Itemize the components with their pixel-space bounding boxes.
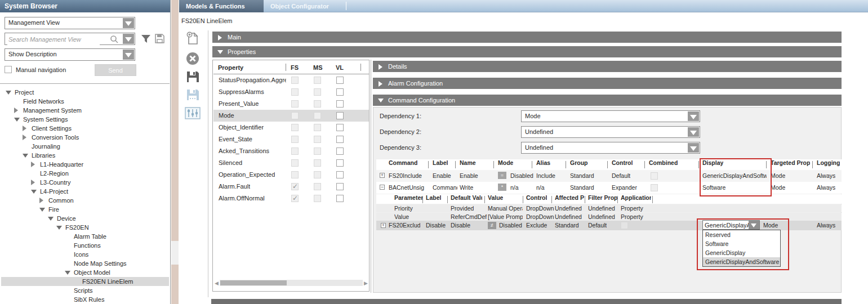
dropdown-option-genericdisplayandsoftware[interactable]: GenericDisplayAndSoftware: [703, 257, 780, 266]
property-row-acked-transitions[interactable]: Acked_Transitions: [213, 145, 369, 157]
dropdown-option-genericdisplay[interactable]: GenericDisplay: [703, 248, 780, 257]
property-row-event-state[interactable]: Event_State: [213, 133, 369, 145]
ms-checkbox[interactable]: [314, 88, 321, 96]
combined-checkbox[interactable]: [651, 184, 658, 191]
command-row-fs20include[interactable]: +FS20IncludeEnableEnable=DisabledInclude…: [376, 170, 842, 182]
tree-item-l1-headquarter[interactable]: L1-Headquarter: [1, 160, 169, 169]
tree-item-common[interactable]: Common: [1, 196, 169, 205]
tab-object-configurator[interactable]: Object Configurator: [264, 0, 346, 12]
property-row-operation-expected[interactable]: Operation_Expected: [213, 169, 369, 181]
expanded-arrow-icon[interactable]: [14, 118, 20, 122]
property-row-alarm-offnormal[interactable]: Alarm.OffNormal: [213, 193, 369, 204]
fs-checkbox[interactable]: [291, 88, 299, 96]
dropdown-option-reserved[interactable]: Reserved: [703, 230, 780, 239]
collapsed-arrow-icon[interactable]: [39, 198, 43, 203]
ms-checkbox[interactable]: [314, 100, 321, 108]
ms-checkbox[interactable]: [314, 159, 321, 167]
expanded-arrow-icon[interactable]: [6, 91, 11, 95]
fs-checkbox[interactable]: [291, 124, 299, 131]
ms-checkbox[interactable]: [314, 112, 321, 119]
section-command-configuration[interactable]: Command Configuration: [373, 95, 842, 106]
tree-item-l2-region[interactable]: L2-Region: [1, 169, 169, 178]
tree-item-journaling[interactable]: Journaling: [1, 142, 169, 151]
collapsed-arrow-icon[interactable]: [23, 135, 26, 140]
vl-checkbox[interactable]: [336, 136, 344, 143]
expanded-arrow-icon[interactable]: [65, 271, 70, 275]
fs-checkbox[interactable]: [291, 112, 299, 119]
vl-checkbox[interactable]: [336, 100, 344, 108]
vl-checkbox[interactable]: [336, 112, 344, 119]
tab-models-functions[interactable]: Models & Functions: [179, 0, 264, 12]
section-alarm-configuration[interactable]: Alarm Configuration: [373, 78, 842, 89]
ms-checkbox[interactable]: [314, 77, 321, 84]
fs-checkbox[interactable]: [291, 77, 299, 84]
dropdown-option-software[interactable]: Software: [703, 239, 780, 248]
tree-item-libraries[interactable]: Libraries: [1, 151, 169, 160]
chevron-down-icon[interactable]: [688, 143, 699, 153]
expanded-arrow-icon[interactable]: [23, 154, 28, 158]
plus-expander-icon[interactable]: +: [380, 173, 385, 178]
section-properties[interactable]: Properties: [212, 46, 842, 57]
vl-checkbox[interactable]: [336, 183, 344, 190]
property-row-suppressalarms[interactable]: SuppressAlarms: [213, 86, 369, 98]
tree-item-object-model[interactable]: Object Model: [1, 268, 169, 277]
ms-checkbox[interactable]: [314, 183, 321, 190]
tree-item-l4-project[interactable]: L4-Project: [1, 187, 169, 196]
fs-checkbox[interactable]: [291, 100, 299, 108]
tree-item-device[interactable]: Device: [1, 214, 169, 223]
vl-checkbox[interactable]: [336, 88, 344, 96]
close-icon[interactable]: [186, 52, 199, 65]
property-row-silenced[interactable]: Silenced: [213, 157, 369, 169]
scroll-right-arrow[interactable]: ▶: [364, 280, 368, 287]
dependency-3-select[interactable]: Undefined: [521, 142, 700, 154]
tree-item-icons[interactable]: Icons: [1, 250, 169, 259]
sliders-icon[interactable]: [185, 107, 201, 119]
ms-checkbox[interactable]: [314, 195, 321, 202]
ms-checkbox[interactable]: [314, 147, 321, 155]
tree-item-system-settings[interactable]: System Settings: [1, 115, 169, 124]
collapsed-arrow-icon[interactable]: [31, 180, 35, 185]
property-row-mode[interactable]: Mode: [213, 110, 369, 122]
display-dropdown-editor[interactable]: GenericDisplayAnd: [702, 220, 760, 230]
property-row-statuspropagation-aggregat[interactable]: StatusPropagation.Aggregat: [213, 74, 369, 86]
fs-checkbox[interactable]: [291, 171, 299, 178]
application-checkbox[interactable]: [621, 222, 628, 229]
vl-checkbox[interactable]: [336, 147, 344, 155]
tree-item-fire[interactable]: Fire: [1, 205, 169, 214]
vl-column-header[interactable]: VL: [336, 64, 344, 71]
tree-item-fs20en-lineelem[interactable]: FS20EN LineElem: [1, 277, 169, 286]
property-row-alarm-fault[interactable]: Alarm.Fault: [213, 181, 369, 193]
chevron-down-icon[interactable]: [749, 221, 759, 229]
fs-checkbox[interactable]: [291, 183, 299, 190]
tree-item-alarm-table[interactable]: Alarm Table: [1, 232, 169, 241]
section-details[interactable]: Details: [373, 61, 842, 72]
fs-column-header[interactable]: FS: [291, 64, 299, 71]
command-row-bacnetunsig[interactable]: −BACnetUnsigCommandWrite*n/an/aStandardE…: [376, 182, 842, 194]
expanded-arrow-icon[interactable]: [39, 208, 45, 212]
parameter-row-priority[interactable]: PriorityProvidedManual OperatoDropDownUn…: [376, 204, 842, 212]
dependency-2-select[interactable]: Undefined: [521, 126, 700, 138]
dependency-1-select[interactable]: Mode: [521, 110, 700, 122]
expanded-arrow-icon[interactable]: [48, 217, 54, 221]
ms-checkbox[interactable]: [314, 171, 321, 178]
tree-item-sibx-rules[interactable]: SibX Rules: [1, 295, 169, 304]
property-column-header[interactable]: Property: [218, 64, 243, 71]
expanded-arrow-icon[interactable]: [56, 226, 62, 230]
scroll-left-arrow[interactable]: ◀: [215, 280, 219, 287]
vl-checkbox[interactable]: [336, 124, 344, 131]
tree-item-scripts[interactable]: Scripts: [1, 286, 169, 295]
tree-item-client-settings[interactable]: Client Settings: [1, 124, 169, 133]
new-object-icon[interactable]: [186, 32, 199, 46]
chevron-down-icon[interactable]: [688, 111, 699, 121]
vl-checkbox[interactable]: [336, 195, 344, 202]
splitter-grip[interactable]: [171, 241, 179, 265]
plus-expander-icon[interactable]: +: [381, 223, 386, 228]
ms-checkbox[interactable]: [314, 136, 321, 143]
collapsed-arrow-icon[interactable]: [23, 126, 26, 131]
tree-item-management-system[interactable]: Management System: [1, 106, 169, 115]
combined-checkbox[interactable]: [651, 172, 658, 180]
tree-item-fs20en[interactable]: FS20EN: [1, 223, 169, 232]
tree-item-functions[interactable]: Functions: [1, 241, 169, 250]
ms-checkbox[interactable]: [314, 124, 321, 131]
minus-expander-icon[interactable]: −: [380, 185, 385, 190]
